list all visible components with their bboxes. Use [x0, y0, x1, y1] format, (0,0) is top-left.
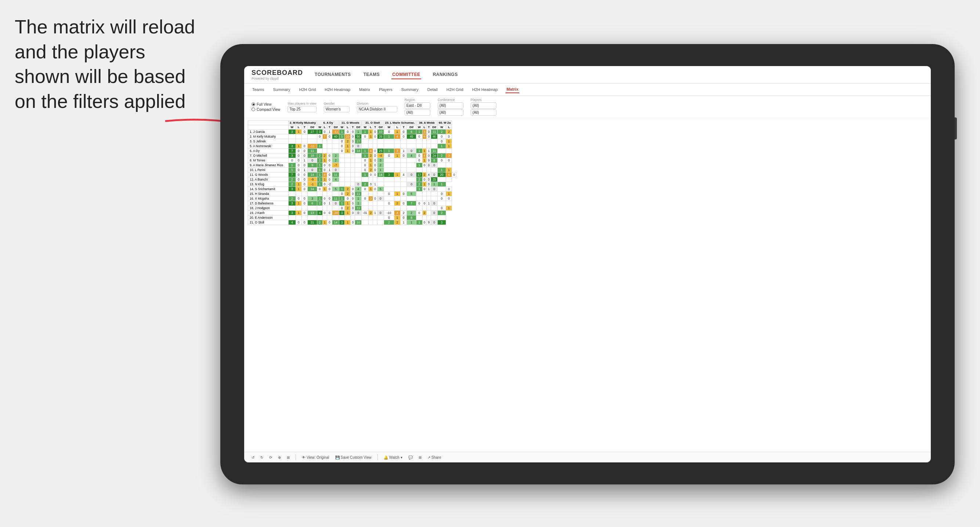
cell-15-18: 0 [401, 201, 407, 206]
cell-15-7: 0 [332, 201, 339, 206]
layout-button[interactable]: ⊞ [287, 456, 290, 459]
cell-14-8: 1 [339, 196, 345, 201]
cell-12-5: 1 [322, 187, 327, 192]
sub-h-t1: T [301, 125, 307, 130]
sub-nav-h2h-heatmap[interactable]: H2H Heatmap [324, 86, 351, 93]
cell-4-18: 1 [401, 149, 407, 153]
redo-button[interactable]: ↻ [260, 456, 263, 459]
cell-0-6: 1 [327, 130, 332, 134]
cell-1-2 [301, 134, 307, 139]
nav-rankings[interactable]: RANKINGS [432, 70, 458, 79]
sub-nav-summary2[interactable]: Summary [401, 86, 419, 93]
refresh-button[interactable]: ⟳ [269, 456, 272, 459]
cell-15-22: 1 [427, 201, 431, 206]
share-button[interactable]: ↗ Share [427, 456, 441, 459]
grid-button[interactable]: ⊞ [418, 456, 422, 459]
cell-4-1: 0 [296, 149, 301, 153]
cell-18-12 [362, 216, 369, 220]
gender-select[interactable]: Women's [324, 106, 350, 112]
sub-nav-players[interactable]: Players [378, 86, 393, 93]
cell-17-6: 0 [327, 211, 332, 216]
cell-6-0: 0 [289, 158, 296, 163]
zoom-button[interactable]: ⊕ [278, 456, 281, 459]
cell-16-13 [369, 206, 373, 211]
cell-4-14: 0 [373, 149, 377, 153]
cell-4-24 [438, 149, 446, 153]
cell-0-15: 10 [377, 130, 384, 134]
cell-7-2: 0 [301, 163, 307, 168]
view-original-button[interactable]: 👁 View: Original [302, 456, 329, 459]
sub-nav-teams[interactable]: Teams [251, 86, 265, 93]
cell-9-1: 0 [296, 173, 301, 177]
sub-nav-matrix2[interactable]: Matrix [506, 86, 519, 93]
sub-nav-h2h-grid[interactable]: H2H Grid [298, 86, 317, 93]
cell-16-5 [322, 206, 327, 211]
max-players-select[interactable]: Top 25 [288, 106, 317, 112]
row-header-8: 10. L Perini [248, 168, 289, 173]
cell-12-4: 0 [317, 187, 323, 192]
cell-13-5 [322, 192, 327, 196]
watch-button[interactable]: 🔔 Watch ▾ [384, 456, 402, 459]
cell-6-6: 0 [327, 158, 332, 163]
cell-13-18: 0 [401, 192, 407, 196]
nav-committee[interactable]: COMMITTEE [391, 70, 421, 79]
eye-icon: 👁 [302, 456, 305, 459]
cell-8-23 [431, 168, 438, 173]
cell-11-21: 1 [422, 182, 427, 187]
nav-teams[interactable]: TEAMS [363, 70, 381, 79]
table-row: 21. O Stoll400312101431010221110903 [248, 220, 457, 225]
full-view-radio[interactable]: Full View [251, 102, 280, 106]
cell-12-12: 0 [362, 187, 369, 192]
players-all-select[interactable]: (All) [471, 110, 496, 116]
sub-nav-h2h-grid2[interactable]: H2H Grid [446, 86, 464, 93]
sub-nav-h2h-heatmap2[interactable]: H2H Heatmap [471, 86, 499, 93]
cell-18-18: 0 [401, 216, 407, 220]
cell-5-11 [355, 153, 362, 158]
cell-18-19: 8 [407, 216, 416, 220]
conference-all-select[interactable]: (All) [438, 110, 463, 116]
cell-12-1: 1 [296, 187, 301, 192]
cell-2-13 [369, 139, 373, 144]
cell-18-1 [296, 216, 301, 220]
cell-16-4 [317, 206, 323, 211]
sub-nav-detail[interactable]: Detail [427, 86, 438, 93]
cell-19-12 [362, 220, 369, 225]
division-select[interactable]: NCAA Division II [357, 106, 397, 112]
tablet-button[interactable] [955, 117, 957, 140]
cell-0-0: 3 [289, 130, 296, 134]
region-select[interactable]: East - DII [405, 102, 430, 109]
sub-nav-summary[interactable]: Summary [272, 86, 291, 93]
cell-7-8 [339, 163, 345, 168]
cell-19-17: 2 [394, 220, 400, 225]
col-header-7: 60. W Za [438, 121, 452, 125]
compact-view-radio[interactable]: Compact View [251, 108, 280, 111]
cell-8-20 [416, 168, 422, 173]
cell-14-7: 11 [332, 196, 339, 201]
cell-6-20: 0 [416, 158, 422, 163]
undo-button[interactable]: ↺ [251, 456, 255, 459]
sub-h-l7: L [446, 125, 452, 130]
save-custom-button[interactable]: 💾 Save Custom View [335, 456, 372, 459]
nav-tournaments[interactable]: TOURNAMENTS [314, 70, 352, 79]
players-select[interactable]: (All) [471, 102, 496, 109]
cell-11-15 [377, 182, 384, 187]
cell-14-17 [394, 196, 400, 201]
matrix-table-wrapper[interactable]: 2. M Kelly Mulcahy 6. A Dy 11. G Woods 2… [244, 118, 931, 452]
region-all-select[interactable]: (All) [405, 110, 430, 116]
cell-7-24 [438, 163, 446, 168]
cell-9-7: 11 [332, 173, 339, 177]
cell-6-1: 0 [296, 158, 301, 163]
cell-10-4: 1 [317, 177, 323, 182]
conference-select[interactable]: (All) [438, 102, 463, 109]
cell-18-14 [373, 216, 377, 220]
sub-h-d6: Dif [431, 125, 438, 130]
cell-2-2 [301, 139, 307, 144]
sub-nav-matrix[interactable]: Matrix [358, 86, 371, 93]
comment-button[interactable]: 💬 [408, 456, 413, 459]
cell-12-3: 14 [307, 187, 317, 192]
cell-10-2: 0 [301, 177, 307, 182]
cell-4-23: 11 [431, 149, 438, 153]
row-header-0: 1. J Garcia [248, 130, 289, 134]
cell-1-15: 35 [377, 134, 384, 139]
cell-16-21 [422, 206, 427, 211]
